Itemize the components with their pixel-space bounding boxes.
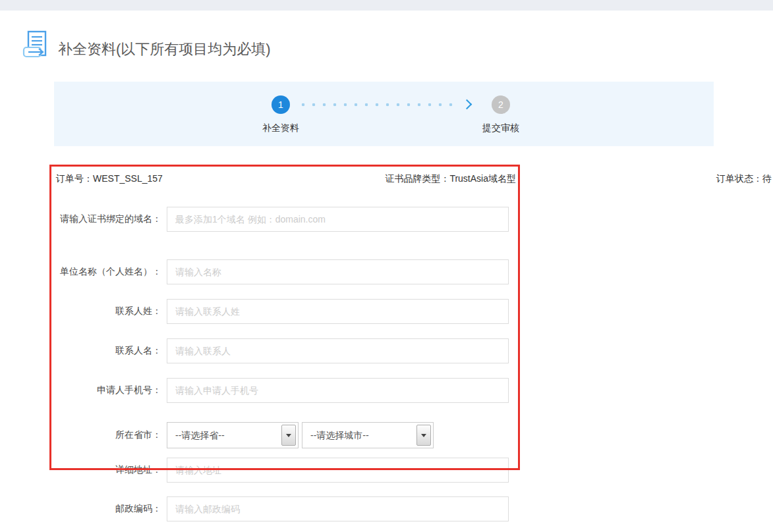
address-input[interactable] [167,458,509,483]
form-row-region: 所在省市： --请选择省-- --请选择城市-- [0,422,521,448]
domain-input[interactable] [167,207,509,232]
dropdown-arrow-icon [281,425,296,446]
page: 补全资料(以下所有项目均为必填) 1 2 补全资料 提交审核 订单号：WEST_… [0,0,773,532]
form-row-domain: 请输入证书绑定的域名： [0,207,521,232]
contact-last-name-input[interactable] [167,299,509,324]
domain-label: 请输入证书绑定的域名： [0,207,161,232]
step-1-label: 补全资料 [241,122,320,134]
city-select[interactable]: --请选择城市-- [302,422,434,448]
contact-last-name-label: 联系人姓： [0,299,161,324]
company-name-label: 单位名称（个人姓名）： [0,259,161,284]
order-number: 订单号：WEST_SSL_157 [56,173,163,185]
form-row-postal-code: 邮政编码： [0,496,521,521]
stepper-dotted-line [295,99,458,110]
applicant-phone-label: 申请人手机号： [0,378,161,403]
form-row-applicant-phone: 申请人手机号： [0,378,521,403]
form-row-contact-first-name: 联系人名： [0,338,521,363]
arrow-right-icon [462,99,472,110]
step-2-circle: 2 [492,95,510,114]
page-title: 补全资料(以下所有项目均为必填) [58,40,271,59]
top-bar [0,0,773,11]
contact-first-name-label: 联系人名： [0,338,161,363]
step-1-circle: 1 [272,95,290,114]
contact-first-name-input[interactable] [167,338,509,363]
order-status: 订单状态：待 [716,173,772,185]
postal-code-label: 邮政编码： [0,496,161,521]
city-selected-value: --请选择城市-- [310,430,369,440]
form-row-contact-last-name: 联系人姓： [0,299,521,324]
step-2-label: 提交审核 [461,122,540,134]
province-select[interactable]: --请选择省-- [167,422,299,448]
address-label: 详细地址： [0,458,161,483]
stepper: 1 2 补全资料 提交审核 [54,82,714,146]
form-row-address: 详细地址： [0,458,521,483]
province-selected-value: --请选择省-- [175,430,225,440]
document-export-icon [22,30,51,61]
dropdown-arrow-icon [416,425,431,446]
company-name-input[interactable] [167,259,509,284]
form-row-company-name: 单位名称（个人姓名）： [0,259,521,284]
region-label: 所在省市： [0,422,161,448]
applicant-phone-input[interactable] [167,378,509,403]
certificate-brand-type: 证书品牌类型：TrustAsia域名型 [318,173,516,185]
postal-code-input[interactable] [167,496,509,521]
